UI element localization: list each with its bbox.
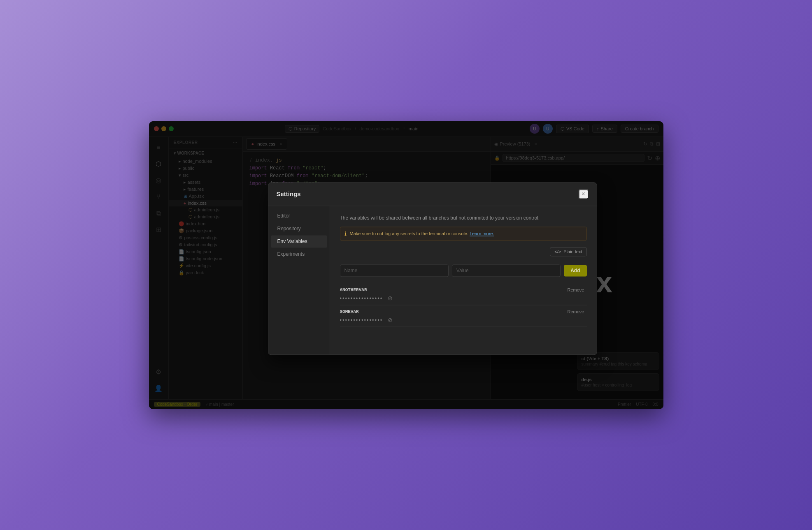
modal-nav-experiments[interactable]: Experiments xyxy=(271,248,327,260)
env-item-somevar: SOMEVAR Remove •••••••••••••••• ⊘ xyxy=(340,305,587,327)
learn-more-link[interactable]: Learn more. xyxy=(470,231,494,236)
env-dots-1: •••••••••••••••• xyxy=(340,295,383,301)
env-dots-2: •••••••••••••••• xyxy=(340,317,383,323)
modal-body: Editor Repository Env Variables Experime… xyxy=(268,206,597,354)
env-var-name-2: SOMEVAR xyxy=(340,309,359,314)
env-value-input[interactable] xyxy=(452,264,561,277)
code-icon: </> xyxy=(554,249,561,254)
env-var-name-1: ANOTHERVAR xyxy=(340,287,367,292)
add-env-button[interactable]: Add xyxy=(564,265,586,276)
modal-sidebar: Editor Repository Env Variables Experime… xyxy=(268,206,330,354)
app-window: ⬡ Repository CodeSandbox / demo-codesand… xyxy=(149,121,663,409)
env-item-header-2: SOMEVAR Remove xyxy=(340,308,587,315)
env-remove-button-2[interactable]: Remove xyxy=(565,308,587,315)
env-eye-button-1[interactable]: ⊘ xyxy=(386,295,394,301)
modal-nav-env-variables[interactable]: Env Variables xyxy=(271,235,327,248)
env-warning-text: Make sure to not log any secrets to the … xyxy=(350,230,494,237)
modal-nav-repository[interactable]: Repository xyxy=(271,222,327,235)
modal-nav-editor[interactable]: Editor xyxy=(271,210,327,222)
modal-content: The variables will be shared between all… xyxy=(330,206,597,354)
modal-close-button[interactable]: × xyxy=(579,189,589,199)
settings-modal: Settings × Editor Repository Env Variabl… xyxy=(268,182,597,355)
env-remove-button-1[interactable]: Remove xyxy=(565,287,587,293)
env-item-anothervar: ANOTHERVAR Remove •••••••••••••••• ⊘ xyxy=(340,283,587,305)
env-value-row-2: •••••••••••••••• ⊘ xyxy=(340,317,587,323)
plain-text-button[interactable]: </> Plain text xyxy=(550,247,586,256)
header-actions-row: </> Plain text xyxy=(340,247,587,261)
env-value-row-1: •••••••••••••••• ⊘ xyxy=(340,295,587,301)
env-eye-button-2[interactable]: ⊘ xyxy=(386,317,394,323)
env-name-input[interactable] xyxy=(340,264,449,277)
env-list: ANOTHERVAR Remove •••••••••••••••• ⊘ SOM… xyxy=(340,283,587,327)
env-input-row: Add xyxy=(340,264,587,277)
env-warning: ℹ Make sure to not log any secrets to th… xyxy=(340,227,587,241)
info-icon: ℹ xyxy=(344,231,347,237)
modal-title: Settings xyxy=(277,190,301,197)
env-item-header-1: ANOTHERVAR Remove xyxy=(340,287,587,293)
modal-header: Settings × xyxy=(268,183,597,206)
env-description: The variables will be shared between all… xyxy=(340,214,587,222)
